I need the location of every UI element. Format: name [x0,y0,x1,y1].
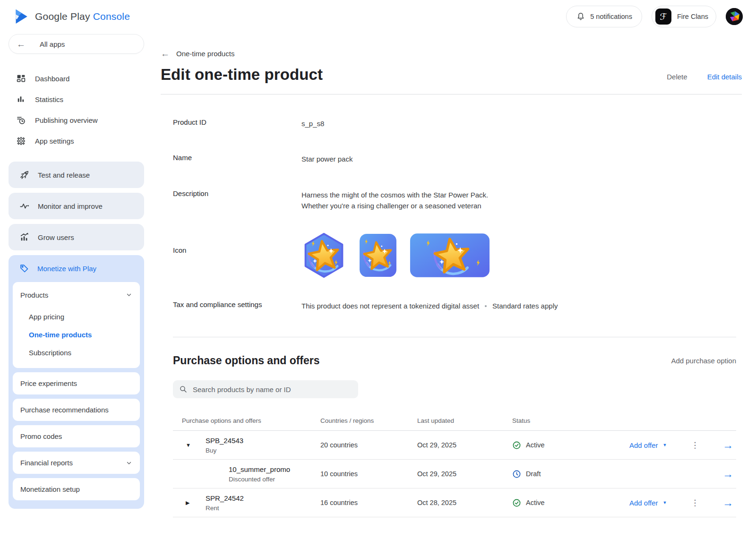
product-icon-hexagon [301,233,346,278]
sidebar-item-price-experiments[interactable]: Price experiments [13,372,140,394]
col-header-countries: Countries / regions [320,417,417,424]
sidebar-item-monetization-setup[interactable]: Monetization setup [13,478,140,500]
play-triangle-icon [14,9,29,25]
add-offer-label: Add offer [629,499,658,507]
description-label: Description [173,189,301,197]
active-status-icon [512,441,521,450]
sidebar-item-app-pricing[interactable]: App pricing [29,308,132,325]
product-icon-square [359,233,397,278]
countries-cell: 20 countries [320,441,417,449]
name-label: Name [173,154,301,162]
purchase-option-type: Buy [206,447,243,454]
add-offer-button[interactable]: Add offer ▼ [629,441,667,449]
sidebar-item-label: Dashboard [35,75,69,83]
sidebar-item-one-time-products[interactable]: One-time products [29,325,132,343]
sidebar-section-test-and-release[interactable]: Test and release [9,162,144,188]
notifications-label: 5 notifications [590,13,632,20]
card-label: Promo codes [20,432,62,440]
top-header: Google Play Console 5 notifications ℱ Fi… [0,0,756,33]
sidebar-item-promo-codes[interactable]: Promo codes [13,425,140,447]
fire-clans-app-icon: ℱ [655,9,671,25]
sidebar-item-purchase-recommendations[interactable]: Purchase recommendations [13,399,140,421]
last-updated-cell: Oct 28, 2025 [417,499,512,506]
breadcrumb-back-icon[interactable]: ← [161,49,170,58]
tag-icon [19,264,29,274]
caret-down-icon: ▼ [663,443,667,447]
sidebar-item-label: App settings [35,137,74,145]
app-switcher-button[interactable]: ℱ Fire Clans [652,6,716,27]
notifications-button[interactable]: 5 notifications [566,6,642,27]
col-header-last-updated: Last updated [417,417,512,424]
google-play-console-logo: Google Play Console [14,9,130,25]
sidebar-section-monitor-and-improve[interactable]: Monitor and improve [9,193,144,219]
product-search[interactable] [173,380,358,398]
edit-details-button[interactable]: Edit details [707,73,742,81]
bell-icon [576,12,585,21]
purchase-option-id: SPR_24542 [206,494,244,502]
sidebar-section-monetize-with-play[interactable]: Monetize with Play [9,255,144,282]
sidebar-nav: Dashboard Statistics [9,68,144,151]
collapse-row-icon[interactable]: ▼ [186,442,192,448]
logo-text: Google Play Console [35,11,130,22]
tax-compliance-label: Tax and compliance settings [173,300,301,308]
sidebar-item-label: Statistics [35,95,63,103]
row-menu-icon[interactable]: ⋮ [691,440,698,450]
pulse-icon [19,201,30,211]
add-purchase-option-button[interactable]: Add purchase option [671,357,736,365]
sidebar-item-financial-reports[interactable]: Financial reports [13,452,140,474]
page-title: Edit one-time product [161,66,323,84]
logo-console: Console [93,11,130,22]
dashboard-icon [15,74,26,84]
product-icon-wide [410,233,490,278]
all-apps-button[interactable]: ← All apps [9,34,144,54]
offer-type: Discounted offer [229,476,290,483]
section-label: Grow users [38,233,74,241]
search-icon [179,385,188,394]
countries-cell: 10 countries [320,470,417,478]
products-group-card: Products App pricing One-time products S… [13,282,140,368]
tax-statement: This product does not represent a tokeni… [301,300,479,311]
search-input[interactable] [193,385,352,394]
open-row-arrow-icon[interactable]: → [722,440,733,451]
col-header-status: Status [512,417,629,424]
table-row: ▶ SPR_24542 Rent 16 countries Oct 28, 20… [173,488,736,517]
icon-label: Icon [173,233,301,254]
open-row-arrow-icon[interactable]: → [722,497,733,508]
products-group-toggle[interactable]: Products [20,282,132,306]
status-badge: Active [526,499,545,506]
description-line-1: Harness the might of the cosmos with the… [301,189,742,200]
name-value: Star power pack [301,154,742,164]
table-row-offer: 10_summer_promo Discounted offer 10 coun… [173,460,736,488]
last-updated-cell: Oct 29, 2025 [417,441,512,449]
purchase-options-table: Purchase options and offers Countries / … [173,417,736,517]
card-label: Monetization setup [20,485,80,493]
expand-row-icon[interactable]: ▶ [186,500,192,506]
tax-rates: Standard rates apply [492,300,558,311]
section-divider [173,337,736,337]
product-id-value: s_p_s8 [301,118,742,129]
col-header-purchase-options: Purchase options and offers [173,417,320,424]
breadcrumb-label[interactable]: One-time products [176,50,234,58]
add-offer-button[interactable]: Add offer ▼ [629,499,667,507]
sidebar-item-app-settings[interactable]: App settings [9,130,144,151]
sidebar-section-grow-users[interactable]: Grow users [9,224,144,250]
products-group-label: Products [20,291,48,299]
open-row-arrow-icon[interactable]: → [722,469,733,480]
account-avatar[interactable] [726,8,743,25]
all-apps-label: All apps [40,40,65,48]
countries-cell: 16 countries [320,499,417,506]
sidebar-item-statistics[interactable]: Statistics [9,89,144,110]
sidebar-item-subscriptions[interactable]: Subscriptions [29,343,132,361]
sidebar-item-dashboard[interactable]: Dashboard [9,68,144,89]
status-badge: Active [526,441,545,449]
row-menu-icon[interactable]: ⋮ [691,498,698,508]
offer-id: 10_summer_promo [229,465,290,473]
chevron-down-icon [126,291,132,298]
title-divider [161,94,742,94]
sidebar-item-publishing-overview[interactable]: Publishing overview [9,110,144,130]
statistics-icon [15,94,26,104]
monetize-label: Monetize with Play [37,265,96,273]
delete-button[interactable]: Delete [667,73,687,81]
status-badge: Draft [526,470,541,478]
card-label: Financial reports [20,459,73,467]
